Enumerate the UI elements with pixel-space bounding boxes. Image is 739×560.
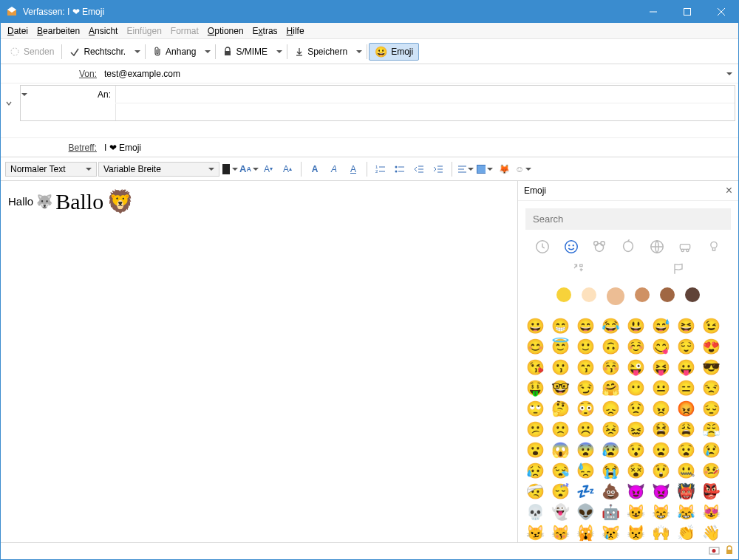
emoji-cell[interactable]: 😘 [527,359,543,375]
emoji-cell[interactable]: 🤐 [678,462,694,479]
emoji-cell[interactable]: 👻 [552,504,568,520]
skin-tone-1[interactable] [582,287,596,302]
subject-input[interactable] [101,140,738,156]
maximize-button[interactable] [670,1,704,23]
emoji-cell[interactable]: 🤗 [602,380,619,396]
emoji-cell[interactable]: 🙃 [602,338,619,355]
emoji-cell[interactable]: 😭 [602,462,619,479]
emoji-cell[interactable]: 🤑 [527,380,543,396]
emoji-cell[interactable]: 😂 [602,318,619,334]
emoji-cell[interactable]: 🤕 [527,483,543,499]
emoji-cell[interactable]: 😜 [627,359,644,375]
emoji-cell[interactable]: 👹 [678,483,694,499]
spellcheck-button[interactable]: Rechtschr. [64,44,132,60]
emoji-cell[interactable]: 😹 [678,504,694,520]
menu-hilfe[interactable]: Hilfe [282,24,309,38]
emoji-cell[interactable]: 🙌 [653,525,669,541]
emoji-cell[interactable]: 😟 [627,400,644,417]
emoji-cell[interactable]: 😨 [577,442,593,458]
status-flag-icon[interactable] [709,545,721,558]
bold-button[interactable]: A [306,160,324,178]
spellcheck-dropdown[interactable] [132,48,143,55]
emoji-cell[interactable]: 👏 [678,525,694,541]
emoji-cell[interactable]: 🙂 [577,338,593,355]
emoji-cell[interactable]: 💀 [527,504,543,520]
emoji-cell[interactable]: 😆 [678,318,694,334]
to-label[interactable]: An: [98,89,111,100]
emoji-cell[interactable]: 🤔 [552,400,568,417]
smime-button[interactable]: S/MIME [217,44,273,60]
font-larger-button[interactable]: A▴ [279,160,296,178]
emoji-cell[interactable]: 😍 [703,338,719,355]
emoji-cell[interactable]: 🤓 [552,380,568,396]
cat-recent-icon[interactable] [530,236,555,258]
emoji-cell[interactable]: 😼 [527,525,543,541]
emoji-cell[interactable]: 😺 [627,504,644,520]
emoji-cell[interactable]: 😔 [703,400,719,417]
text-color-button[interactable] [221,160,239,178]
emoji-cell[interactable]: 😰 [602,442,619,458]
emoji-cell[interactable]: 👿 [653,483,669,499]
cat-objects-icon[interactable] [701,236,726,258]
paragraph-combo[interactable]: Normaler Text [5,162,97,177]
emoji-cell[interactable]: 😃 [627,318,644,334]
cat-symbols-icon[interactable] [566,258,591,280]
emoji-cell[interactable]: 🙀 [577,525,593,541]
emoji-cell[interactable]: 😿 [602,525,619,541]
font-smaller-button[interactable]: A▾ [259,160,277,178]
indent-button[interactable] [429,160,447,178]
smime-dropdown[interactable] [273,48,285,55]
emoji-cell[interactable]: 😉 [703,318,719,334]
emoji-cell[interactable]: 😽 [552,525,568,541]
insert-smiley-button[interactable]: ☺ [514,160,532,178]
emoji-cell[interactable]: 😩 [678,421,694,437]
cat-smileys-icon[interactable] [559,236,584,258]
close-button[interactable] [704,1,738,23]
emoji-cell[interactable]: 😮 [527,442,543,458]
emoji-cell[interactable]: 😡 [678,400,694,417]
cat-activity-icon[interactable] [644,236,670,258]
emoji-cell[interactable]: 😅 [653,318,669,334]
emoji-cell[interactable]: 😖 [627,421,644,437]
list-bullet-button[interactable] [391,160,409,178]
emoji-cell[interactable]: 😁 [552,318,568,334]
font-size-button[interactable]: AA [240,160,258,178]
menu-bearbeiten[interactable]: Bearbeiten [33,24,84,38]
list-numbered-button[interactable]: 12 [372,160,389,178]
subject-label[interactable]: Betreff: [1,143,101,153]
emoji-cell[interactable]: 😙 [577,359,593,375]
emoji-cell[interactable]: 😏 [577,380,593,396]
emoji-cell[interactable]: 😋 [653,338,669,355]
to-field-2[interactable] [116,103,735,120]
attach-dropdown[interactable] [202,48,214,55]
emoji-cell[interactable]: 😕 [527,421,543,437]
emoji-cell[interactable]: 😎 [703,359,719,375]
emoji-cell[interactable]: 😲 [653,462,669,479]
emoji-cell[interactable]: 💩 [602,483,619,499]
emoji-cell[interactable]: 😓 [577,462,593,479]
emoji-cell[interactable]: 😈 [627,483,644,499]
emoji-search-input[interactable] [525,208,731,230]
insert-link-button[interactable]: 🦊 [495,160,513,178]
skin-tone-3[interactable] [635,287,650,302]
recipients-expand[interactable] [1,83,17,123]
emoji-cell[interactable]: 😚 [602,359,619,375]
save-dropdown[interactable] [353,48,365,55]
emoji-cell[interactable]: 🤒 [703,462,719,479]
cat-flags-icon[interactable] [666,258,691,280]
emoji-cell[interactable]: 😌 [678,338,694,355]
skin-tone-5[interactable] [685,287,700,302]
emoji-cell[interactable]: 🙄 [527,400,543,417]
emoji-cell[interactable]: 😻 [703,504,719,520]
emoji-cell[interactable]: 😇 [552,338,568,355]
emoji-cell[interactable]: 😵 [627,462,644,479]
emoji-cell[interactable]: ☹️ [577,421,593,437]
emoji-cell[interactable]: 😐 [653,380,669,396]
emoji-cell[interactable]: 😶 [627,380,644,396]
underline-button[interactable]: A [344,160,362,178]
emoji-cell[interactable]: 😗 [552,359,568,375]
cat-travel-icon[interactable] [672,236,698,258]
emoji-cell[interactable]: 😧 [678,442,694,458]
cat-animals-icon[interactable] [587,236,612,258]
emoji-cell[interactable]: 💤 [577,483,593,499]
